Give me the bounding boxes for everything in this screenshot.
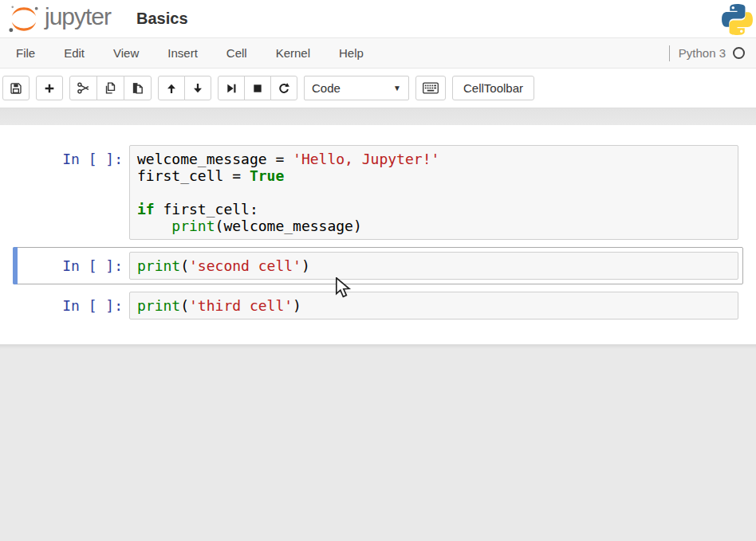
input-prompt: In [ ]:: [18, 292, 129, 320]
menu-item-insert[interactable]: Insert: [153, 38, 212, 68]
notebook-area: In [ ]:welcome_message = 'Hello, Jupyter…: [0, 125, 756, 344]
menu-item-file[interactable]: File: [2, 38, 49, 68]
restart-kernel-button[interactable]: [270, 76, 297, 100]
copy-cell-button[interactable]: [96, 76, 124, 100]
add-cell-button[interactable]: [36, 76, 63, 100]
code-cell-1[interactable]: In [ ]:welcome_message = 'Hello, Jupyter…: [13, 140, 743, 245]
menu-item-help[interactable]: Help: [325, 38, 378, 68]
arrow-up-icon: [165, 82, 178, 95]
stop-icon: [251, 82, 264, 95]
jupyter-notebook-window: jupyter Basics FileEditViewInsertCellKer…: [0, 0, 756, 541]
paste-icon: [131, 81, 144, 95]
step-forward-run-icon: [225, 82, 238, 95]
move-cell-up-button[interactable]: [158, 76, 185, 100]
run-cell-button[interactable]: [218, 76, 245, 100]
save-button[interactable]: [2, 76, 30, 100]
scissors-cut-icon: [77, 81, 90, 95]
kernel-separator: [669, 45, 670, 61]
copy-icon: [104, 81, 117, 95]
toolbar: Code ▼ CellT: [0, 69, 756, 108]
move-cell-down-button[interactable]: [184, 76, 211, 100]
jupyter-logo[interactable]: jupyter: [7, 4, 111, 34]
jupyter-logo-text: jupyter: [45, 5, 111, 33]
paste-cell-button[interactable]: [124, 76, 152, 100]
menu-item-view[interactable]: View: [99, 38, 153, 68]
code-input[interactable]: print('third cell'): [129, 292, 738, 320]
page-end-background: [0, 344, 756, 541]
cut-cell-button[interactable]: [69, 76, 97, 100]
cell-type-selected-value: Code: [312, 81, 341, 95]
refresh-restart-icon: [278, 82, 290, 95]
command-palette-keyboard-button[interactable]: [415, 76, 446, 100]
keyboard-icon: [423, 82, 439, 94]
kernel-idle-circle-icon: [733, 47, 745, 59]
celltoolbar-button[interactable]: CellToolbar: [452, 76, 534, 100]
notebook-title[interactable]: Basics: [136, 10, 188, 28]
header: jupyter Basics: [0, 0, 756, 37]
menu-item-cell[interactable]: Cell: [212, 38, 262, 68]
menu-list: FileEditViewInsertCellKernelHelp: [2, 38, 378, 68]
code-input[interactable]: welcome_message = 'Hello, Jupyter!'first…: [129, 145, 738, 240]
cell-type-select[interactable]: Code ▼: [304, 76, 409, 100]
floppy-save-icon: [10, 82, 22, 95]
menu-item-kernel[interactable]: Kernel: [262, 38, 325, 68]
arrow-down-icon: [191, 82, 204, 95]
menubar: FileEditViewInsertCellKernelHelp Python …: [0, 37, 756, 69]
code-input[interactable]: print('second cell'): [129, 252, 738, 280]
code-cell-3[interactable]: In [ ]:print('third cell'): [13, 287, 743, 324]
input-prompt: In [ ]:: [18, 145, 129, 240]
interrupt-kernel-button[interactable]: [244, 76, 271, 100]
python-logo-icon: [720, 2, 754, 37]
kernel-name: Python 3: [679, 46, 726, 60]
plus-icon: [43, 82, 56, 95]
kernel-indicator: Python 3: [669, 45, 745, 61]
header-shadow-strip: [0, 108, 756, 125]
code-cell-2[interactable]: In [ ]:print('second cell'): [13, 247, 743, 284]
dropdown-caret-icon: ▼: [393, 84, 401, 92]
input-prompt: In [ ]:: [18, 252, 129, 280]
menu-item-edit[interactable]: Edit: [49, 38, 99, 68]
jupyter-logo-icon: [7, 4, 41, 34]
